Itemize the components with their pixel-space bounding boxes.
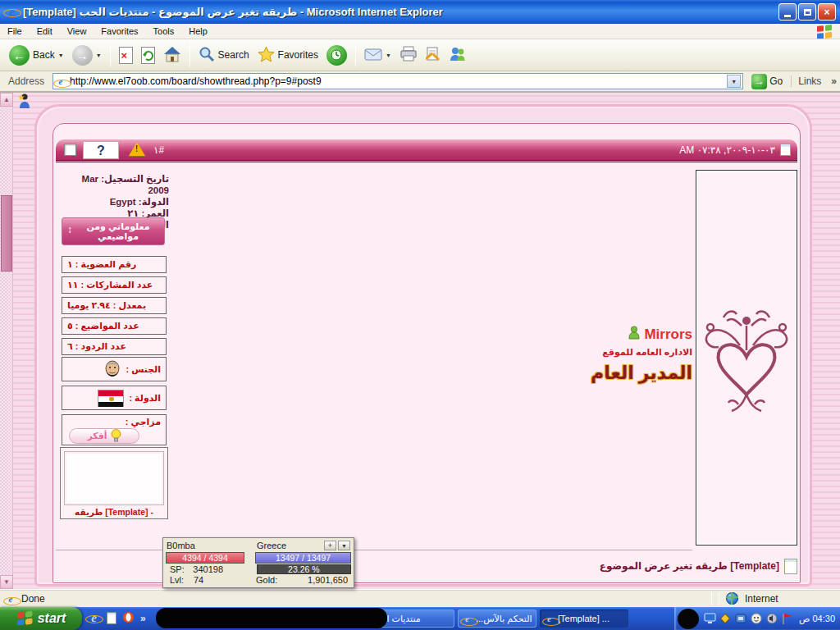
- edit-icon: [426, 46, 441, 64]
- thread-link[interactable]: [Template] طريقه تغير عرض الموضوع: [600, 560, 779, 572]
- forward-button[interactable]: → ▼: [68, 43, 106, 67]
- restore-button[interactable]: [798, 3, 816, 21]
- tray-volume-icon[interactable]: [766, 613, 778, 624]
- favorites-button[interactable]: Favorites: [253, 44, 322, 66]
- post-header-bar: ? ! #١ ٠٣-١٠-٢٠٠٩, ٠٧:٣٨ AM: [56, 139, 797, 162]
- status-bar: e Done Internet: [0, 589, 840, 607]
- poster-username[interactable]: Mirrors: [644, 326, 692, 343]
- home-button[interactable]: [159, 44, 185, 66]
- sp-percent-text: 23.26 %: [288, 564, 320, 574]
- mail-button[interactable]: ▼: [360, 46, 395, 65]
- menu-edit[interactable]: Edit: [30, 25, 60, 38]
- stop-button[interactable]: ×: [115, 45, 137, 66]
- scrollbar-up-button[interactable]: ▲: [0, 93, 13, 107]
- messenger-button[interactable]: [445, 44, 471, 66]
- tray-display-icon[interactable]: [704, 613, 716, 624]
- back-dropdown-icon[interactable]: ▼: [58, 52, 64, 58]
- post-date: ٠٣-١٠-٢٠٠٩, ٠٧:٣٨ AM: [679, 144, 791, 156]
- internet-zone-label: Internet: [745, 593, 835, 605]
- mp-stat-bar: 13497 / 13497: [255, 552, 351, 564]
- mail-icon: [364, 48, 382, 63]
- vertical-scrollbar[interactable]: ▲ ▼: [0, 93, 13, 589]
- task-icon: e: [544, 614, 555, 624]
- forward-dropdown-icon[interactable]: ▼: [96, 52, 102, 58]
- post-checkbox[interactable]: [64, 144, 76, 156]
- history-button[interactable]: [322, 43, 351, 67]
- tray-alert-ic[interactable]: [719, 613, 732, 624]
- mood-pill: أفكر: [69, 428, 139, 444]
- scrollbar-down-button[interactable]: ▼: [0, 575, 13, 589]
- page-ie-icon: e: [55, 75, 66, 87]
- quicklaunch-opera-icon[interactable]: [122, 611, 135, 625]
- menu-help[interactable]: Help: [181, 25, 215, 38]
- signature-line-1[interactable]: - [Template] طريقه: [64, 507, 164, 517]
- back-label: Back: [33, 49, 55, 61]
- tray-network-icon[interactable]: [735, 613, 747, 624]
- quicklaunch-chevron-icon[interactable]: »: [140, 613, 146, 624]
- address-dropdown-button[interactable]: ▼: [727, 75, 741, 88]
- country-label: الدولة :: [129, 393, 161, 404]
- forward-icon: →: [72, 45, 93, 66]
- post-number[interactable]: #١: [153, 144, 164, 156]
- lvl-label: Lvl:: [166, 575, 194, 585]
- minimize-icon: [784, 15, 791, 17]
- start-button[interactable]: start: [0, 607, 82, 630]
- search-button[interactable]: Search: [194, 44, 253, 66]
- mail-dropdown-icon[interactable]: ▼: [386, 52, 391, 58]
- address-input[interactable]: e http://www.el7oob.com/board/showthread…: [52, 73, 743, 89]
- links-label[interactable]: Links: [791, 75, 828, 87]
- quicklaunch-desktop-icon[interactable]: [107, 612, 116, 624]
- go-label: Go: [769, 75, 783, 87]
- task-button-control[interactable]: e التحكم بالآس...: [458, 609, 536, 628]
- signature-line-2[interactable]: تغيير عرض الموضوع: [64, 518, 164, 519]
- task-button-template[interactable]: e [Template] ...: [540, 609, 628, 628]
- status-page-icon: e: [5, 593, 16, 605]
- thread-doc-icon[interactable]: [784, 559, 797, 574]
- window-titlebar[interactable]: e [Template] طريقه تغير عرض الموضوع - من…: [0, 0, 840, 24]
- edit-button[interactable]: [422, 44, 445, 66]
- task-icon: e: [462, 614, 472, 624]
- address-url: http://www.el7oob.com/board/showthread.p…: [70, 75, 322, 87]
- popup-collapse-button[interactable]: ▼: [338, 541, 350, 550]
- history-icon: [326, 45, 347, 66]
- menu-favorites[interactable]: Favorites: [94, 25, 145, 38]
- start-flag-icon: [16, 609, 34, 628]
- user-country: الدولة: Egypt: [59, 196, 169, 208]
- poster-title: الاداره العامه للموقع: [548, 347, 692, 358]
- tray-messenger-icon[interactable]: [751, 613, 763, 624]
- my-info-button[interactable]: ↕ معلوماتي ومن مواضيعي: [62, 217, 165, 245]
- toolbar-separator: [189, 43, 190, 66]
- start-label: start: [38, 611, 66, 626]
- minimize-button[interactable]: [778, 3, 797, 21]
- go-button[interactable]: → Go: [746, 73, 788, 90]
- windows-logo-icon: [810, 24, 838, 39]
- character-name: B0mba: [167, 541, 253, 550]
- refresh-button[interactable]: [137, 45, 159, 66]
- menu-view[interactable]: View: [60, 25, 94, 38]
- lvl-value: 74: [194, 575, 256, 585]
- menu-file[interactable]: File: [0, 25, 30, 38]
- stat-reply-count: عدد الردود : ٦: [62, 338, 167, 355]
- screen: e [Template] طريقه تغير عرض الموضوع - من…: [0, 0, 840, 630]
- print-button[interactable]: [395, 44, 422, 66]
- tray-flag-icon[interactable]: [782, 613, 794, 624]
- stat-thread-count: عدد المواضيع : ٥: [62, 317, 167, 335]
- print-icon: [399, 46, 418, 64]
- warning-icon[interactable]: !: [129, 142, 145, 156]
- poster-rank: المدير العام: [548, 363, 692, 384]
- close-button[interactable]: ×: [818, 3, 836, 21]
- censored-area: [156, 608, 387, 628]
- status-text: Done: [21, 593, 45, 605]
- back-button[interactable]: ← Back ▼: [5, 43, 68, 67]
- taskbar-clock[interactable]: 04:30 ص: [799, 614, 835, 624]
- links-chevron-icon[interactable]: »: [831, 75, 837, 87]
- menu-tools[interactable]: Tools: [146, 25, 182, 38]
- post-doc-icon[interactable]: [780, 144, 791, 156]
- popup-expand-button[interactable]: +: [324, 541, 336, 550]
- quicklaunch-ie-icon[interactable]: e: [87, 611, 101, 625]
- msn-icon[interactable]: [18, 93, 31, 111]
- scrollbar-thumb[interactable]: [1, 195, 12, 272]
- internet-zone-icon: [726, 592, 738, 605]
- gold-value: 1,901,650: [308, 575, 351, 585]
- my-info-label: معلوماتي ومن مواضيعي: [75, 221, 161, 241]
